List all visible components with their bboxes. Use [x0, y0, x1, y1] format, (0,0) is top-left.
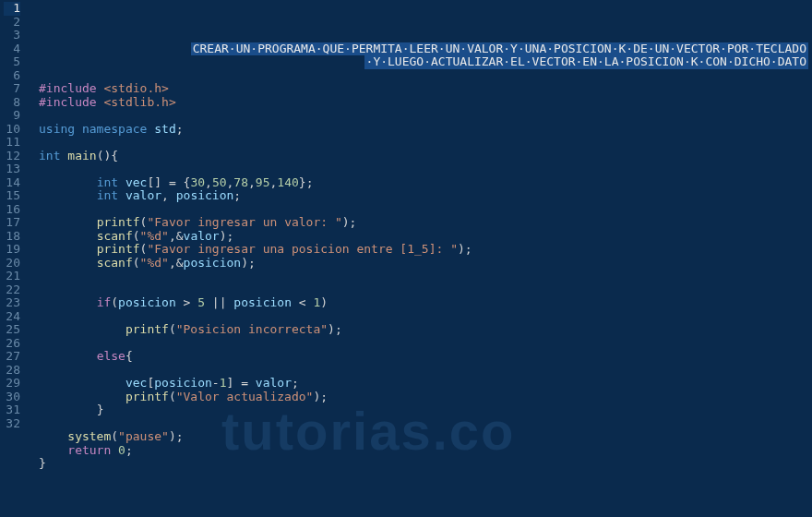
token: );: [220, 229, 234, 243]
line-number: 11: [4, 136, 20, 150]
token: );: [169, 429, 184, 443]
token: -: [212, 376, 220, 390]
line-number: 18: [4, 230, 20, 244]
code-line[interactable]: ·Y·LUEGO·ACTUALIZAR·EL·VECTOR·EN·LA·POSI…: [39, 55, 812, 69]
token: (: [133, 256, 140, 270]
code-line[interactable]: printf("Valor actualizado");: [39, 391, 812, 404]
code-line[interactable]: [39, 162, 812, 176]
code-line[interactable]: [39, 69, 812, 83]
token: int: [97, 188, 118, 202]
token: printf: [125, 322, 169, 336]
line-number: 30: [4, 391, 20, 404]
line-number: 20: [4, 257, 20, 271]
token: #include: [39, 95, 97, 109]
line-number: 17: [4, 216, 20, 230]
token: <: [292, 295, 313, 309]
token: 78: [233, 175, 248, 189]
token: printf: [97, 215, 140, 229]
code-line[interactable]: else{: [39, 350, 812, 364]
token: ] =: [227, 376, 256, 390]
code-line[interactable]: [39, 337, 812, 351]
code-line[interactable]: printf("Posicion incorrecta");: [39, 323, 812, 337]
line-number: 6: [4, 69, 20, 83]
line-number: 5: [4, 55, 20, 69]
line-number: 26: [4, 337, 20, 351]
token: 5: [197, 295, 205, 309]
token: ,: [161, 188, 176, 202]
code-line[interactable]: printf("Favor ingresar un valor: ");: [39, 216, 812, 230]
code-line[interactable]: int main(){: [39, 150, 812, 163]
line-number: 4: [4, 42, 20, 56]
token: "%d": [140, 256, 169, 270]
line-number: 29: [4, 377, 20, 391]
token: posicion: [118, 295, 176, 309]
token: [111, 443, 118, 457]
code-line[interactable]: #include <stdlib.h>: [39, 96, 812, 110]
token: ;: [233, 188, 241, 202]
line-number: 31: [4, 403, 20, 417]
token: <stdio.h>: [103, 81, 168, 95]
line-number: 2: [4, 16, 20, 30]
token: {: [125, 349, 133, 363]
code-line[interactable]: }: [39, 457, 812, 471]
line-number: 23: [4, 296, 20, 310]
token: ,&: [169, 229, 184, 243]
code-line[interactable]: int vec[] = {30,50,78,95,140};: [39, 176, 812, 190]
token: ,: [205, 175, 212, 189]
code-line[interactable]: int valor, posicion;: [39, 189, 812, 203]
token: 140: [277, 175, 298, 189]
token: (: [111, 295, 118, 309]
token: ): [320, 295, 328, 309]
code-line[interactable]: [39, 136, 812, 150]
code-line[interactable]: [39, 283, 812, 297]
token: ,: [248, 175, 256, 189]
line-number: 14: [4, 176, 20, 190]
token: [118, 175, 125, 189]
token: );: [458, 242, 472, 256]
line-number-gutter: 1234567891011121314151617181920212223242…: [0, 0, 28, 517]
code-line[interactable]: [39, 203, 812, 217]
code-line[interactable]: [39, 270, 812, 283]
token: "Favor ingresar una posicion entre [1_5]…: [147, 242, 458, 256]
token: [] = {: [147, 175, 190, 189]
token: int: [39, 149, 60, 162]
code-line[interactable]: CREAR·UN·PROGRAMA·QUE·PERMITA·LEER·UN·VA…: [39, 42, 812, 56]
code-line[interactable]: [39, 417, 812, 431]
code-editor[interactable]: 1234567891011121314151617181920212223242…: [0, 0, 812, 517]
token: std: [154, 122, 175, 136]
token: );: [342, 215, 357, 229]
token: 50: [212, 175, 227, 189]
line-number: 8: [4, 96, 20, 110]
line-number: 27: [4, 350, 20, 364]
code-line[interactable]: #include <stdio.h>: [39, 82, 812, 96]
code-line[interactable]: }: [39, 403, 812, 417]
code-line[interactable]: [39, 310, 812, 324]
token: 95: [256, 175, 270, 189]
token: );: [313, 390, 328, 403]
token: posicion: [176, 188, 234, 202]
token: }: [39, 456, 46, 470]
token: vec: [125, 175, 147, 189]
code-line[interactable]: [39, 364, 812, 378]
token: valor: [256, 376, 292, 390]
line-number: 7: [4, 82, 20, 96]
code-line[interactable]: vec[posicion-1] = valor;: [39, 377, 812, 391]
line-number: 16: [4, 203, 20, 217]
code-line[interactable]: scanf("%d",&posicion);: [39, 257, 812, 271]
code-line[interactable]: system("pause");: [39, 430, 812, 444]
code-line[interactable]: scanf("%d",&valor);: [39, 230, 812, 244]
code-line[interactable]: [39, 109, 812, 123]
token: int: [97, 175, 118, 189]
code-line[interactable]: if(posicion > 5 || posicion < 1): [39, 296, 812, 310]
token: vec: [125, 376, 147, 390]
code-area[interactable]: tutorias.co CREAR·UN·PROGRAMA·QUE·PERMIT…: [28, 0, 812, 517]
code-line[interactable]: printf("Favor ingresar una posicion entr…: [39, 243, 812, 257]
token: return: [67, 443, 111, 457]
token: namespace: [82, 122, 147, 136]
token: (){: [97, 149, 118, 162]
token: valor: [184, 229, 220, 243]
code-line[interactable]: return 0;: [39, 444, 812, 458]
token: [118, 188, 125, 202]
token: "%d": [140, 229, 169, 243]
code-line[interactable]: using namespace std;: [39, 123, 812, 137]
